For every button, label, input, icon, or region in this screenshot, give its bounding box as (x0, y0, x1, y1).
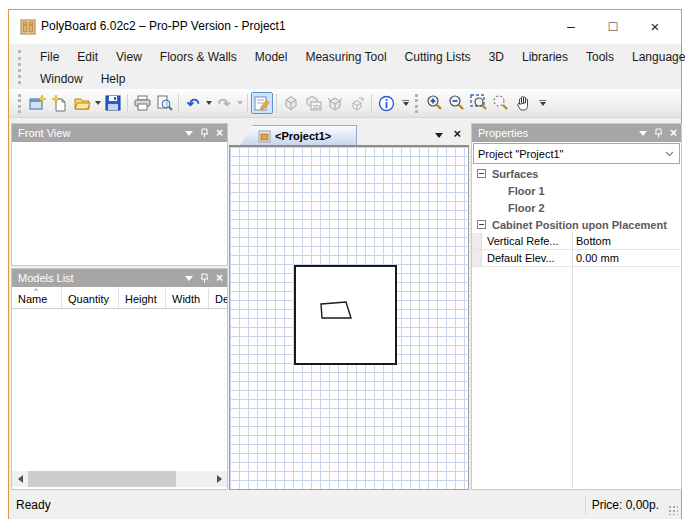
new-model-button[interactable] (49, 92, 71, 114)
print-button[interactable] (131, 92, 153, 114)
scroll-left-icon[interactable] (12, 471, 28, 487)
menu-floors-walls[interactable]: Floors & Walls (151, 47, 246, 67)
close-button[interactable]: × (635, 10, 675, 43)
view-2d-3d-button[interactable]: 2D (302, 92, 324, 114)
pin-icon[interactable] (654, 128, 663, 138)
property-value[interactable]: 0.00 mm (576, 252, 619, 264)
zoom-toolbar-drag-handle[interactable] (415, 94, 421, 113)
column-header-width[interactable]: Width (166, 287, 209, 308)
menu-window[interactable]: Window (31, 69, 92, 89)
close-icon[interactable]: × (216, 124, 223, 142)
menu-libraries[interactable]: Libraries (513, 47, 577, 67)
undo-dropdown[interactable] (204, 92, 213, 114)
menu-file[interactable]: File (31, 47, 68, 67)
render-3d-button[interactable] (280, 92, 302, 114)
properties-button[interactable] (251, 92, 273, 114)
tab-project1[interactable]: <Project1> (239, 125, 357, 147)
tab-close-icon[interactable]: × (453, 126, 461, 141)
minimize-button[interactable]: – (551, 10, 591, 43)
pin-icon[interactable] (200, 273, 209, 283)
chevron-down-icon (403, 102, 409, 106)
property-row-vertical-reference[interactable]: Vertical Refe... Bottom (472, 233, 681, 250)
pan-hand-icon (514, 94, 532, 112)
pin-icon[interactable] (200, 128, 209, 138)
models-list-panel: Models List × ^ Name Quantity Height Wid… (11, 268, 228, 490)
save-button[interactable] (102, 92, 124, 114)
app-window: PolyBoard 6.02c2 – Pro-PP Version - Proj… (8, 9, 682, 519)
column-header-quantity[interactable]: Quantity (62, 287, 119, 308)
plan-canvas[interactable] (229, 147, 469, 490)
zoom-window-button[interactable] (468, 92, 490, 114)
status-text: Ready (16, 498, 51, 512)
export-3d-button[interactable] (346, 92, 368, 114)
front-view-panel: Front View × (11, 123, 228, 266)
maximize-button[interactable]: □ (593, 10, 633, 43)
zoom-out-button[interactable] (446, 92, 468, 114)
collapse-icon[interactable] (477, 220, 486, 229)
tree-group-cabinet-position[interactable]: Cabinet Position upon Placement (472, 216, 681, 233)
redo-button[interactable]: ↷ (213, 92, 235, 114)
property-value[interactable]: Bottom (576, 235, 611, 247)
properties-header[interactable]: Properties × (472, 124, 681, 142)
redo-dropdown[interactable] (235, 92, 244, 114)
open-3d-button[interactable] (324, 92, 346, 114)
open-dropdown[interactable] (93, 92, 102, 114)
cube-2d-3d-icon: 2D (304, 94, 322, 112)
document-tab-bar: <Project1> × (229, 123, 469, 147)
new-project-button[interactable] (27, 92, 49, 114)
object-selector-combobox[interactable]: Project "Project1" (473, 143, 680, 164)
open-button[interactable] (71, 92, 93, 114)
column-header-height[interactable]: Height (119, 287, 166, 308)
property-row-default-elevation[interactable]: Default Elev... 0.00 mm (472, 250, 681, 267)
menu-view[interactable]: View (107, 47, 151, 67)
new-model-icon (51, 94, 69, 112)
front-view-header[interactable]: Front View × (12, 124, 227, 142)
tab-list-dropdown-icon[interactable] (435, 133, 443, 138)
scroll-right-icon[interactable] (211, 471, 227, 487)
toolbar-options-button[interactable] (399, 92, 412, 114)
tree-item-floor-2[interactable]: Floor 2 (472, 199, 681, 216)
status-bar: Ready Price: 0,00p. (9, 491, 681, 519)
price-indicator: Price: 0,00p. (592, 498, 659, 512)
toolbar-drag-handle[interactable] (18, 94, 24, 113)
panel-menu-icon[interactable] (185, 131, 193, 136)
print-preview-button[interactable] (153, 92, 175, 114)
zoom-dynamic-button[interactable] (490, 92, 512, 114)
models-list-title: Models List (18, 272, 74, 284)
menu-measuring-tool[interactable]: Measuring Tool (296, 47, 395, 67)
collapse-icon[interactable] (477, 169, 486, 178)
menu-3d[interactable]: 3D (480, 47, 513, 67)
menu-edit[interactable]: Edit (68, 47, 107, 67)
project-tab-icon (258, 130, 271, 143)
tree-item-floor-1[interactable]: Floor 1 (472, 182, 681, 199)
tree-group-surfaces[interactable]: Surfaces (472, 165, 681, 182)
column-header-name[interactable]: ^ Name (12, 287, 62, 308)
models-list-header[interactable]: Models List × (12, 269, 227, 287)
print-preview-icon (156, 95, 173, 112)
scrollbar-thumb[interactable] (28, 471, 176, 487)
panel-menu-icon[interactable] (639, 131, 647, 136)
zoom-window-icon (470, 94, 488, 112)
zoom-toolbar-options-button[interactable] (536, 92, 549, 114)
menu-model[interactable]: Model (246, 47, 297, 67)
menu-cutting-lists[interactable]: Cutting Lists (396, 47, 480, 67)
room-outline-square[interactable] (294, 265, 397, 365)
panel-menu-icon[interactable] (185, 276, 193, 281)
info-button[interactable] (375, 92, 397, 114)
undo-button[interactable]: ↶ (182, 92, 204, 114)
cube-open-icon (326, 94, 344, 112)
close-icon[interactable]: × (670, 124, 677, 142)
resize-grip[interactable] (668, 505, 678, 515)
window-title: PolyBoard 6.02c2 – Pro-PP Version - Proj… (41, 19, 286, 33)
menu-language[interactable]: Language (623, 47, 690, 67)
menu-drag-handle[interactable] (18, 50, 21, 84)
menu-tools[interactable]: Tools (577, 47, 623, 67)
zoom-in-button[interactable] (424, 92, 446, 114)
chevron-down-icon (206, 101, 212, 105)
menu-help[interactable]: Help (92, 69, 135, 89)
close-icon[interactable]: × (216, 269, 223, 287)
pan-button[interactable] (512, 92, 534, 114)
info-icon (378, 95, 395, 112)
models-list-hscrollbar[interactable] (12, 471, 227, 487)
column-header-depth[interactable]: Dep (209, 287, 227, 308)
